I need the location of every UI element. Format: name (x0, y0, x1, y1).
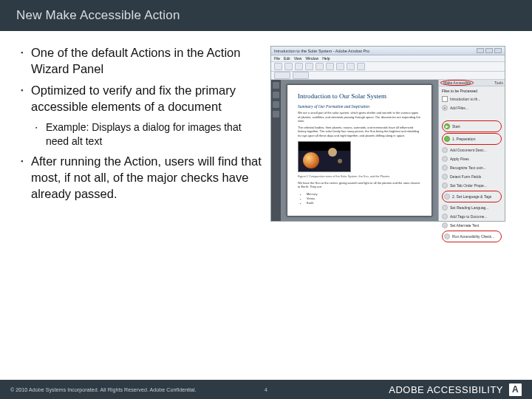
nav-icon (273, 92, 279, 98)
step-icon (444, 194, 450, 200)
maximize-icon (485, 48, 493, 53)
action-wizard-panel: Make Accessible Tools Files to be Proces… (438, 80, 505, 221)
window-titlebar: Introduction to the Solar System - Adobe… (271, 47, 505, 55)
step-icon (442, 222, 448, 228)
add-files-row: + Add Files... (442, 103, 502, 112)
action-step: ▶Start (442, 120, 502, 132)
slide-title: New Make Accessible Action (16, 8, 180, 23)
brand-block: ADOBE ACCESSIBILITY A (389, 383, 522, 396)
page-number: 4 (265, 387, 267, 392)
file-icon (442, 96, 448, 102)
toolbar-secondary (271, 72, 505, 80)
document-viewport: Introduction to Our Solar System Summary… (281, 80, 438, 221)
toolbar-icon (357, 63, 365, 70)
step-icon (442, 156, 448, 162)
document-page: Introduction to Our Solar System Summary… (287, 84, 432, 216)
close-icon (494, 48, 502, 53)
doc-figure-solar-system (298, 141, 351, 172)
toolbar-icon (316, 63, 324, 70)
toolbar-icon (336, 63, 344, 70)
bullet-item: After running the Action, users will fin… (21, 153, 265, 202)
brand-text: ADOBE ACCESSIBILITY (389, 384, 503, 395)
slide-content: One of the default Actions in the Action… (0, 31, 532, 222)
step-icon (442, 174, 448, 180)
check-icon (444, 233, 450, 239)
files-section-title: Files to be Processed (442, 89, 502, 93)
doc-subheading: Summary of Our Formation and Inspiration (298, 104, 421, 109)
menubar: File Edit View Window Help (271, 55, 505, 62)
doc-paragraph: We are a small part of the solar system,… (298, 111, 421, 123)
toolbar-primary (271, 62, 505, 72)
doc-paragraph: The celestial bodies, their planets, moo… (298, 126, 421, 138)
slide-title-bar: New Make Accessible Action (0, 0, 532, 31)
step-icon (442, 183, 448, 188)
action-step: Add Document Desc... (442, 146, 502, 154)
action-step-final: Run Accessibility Check... (442, 231, 502, 242)
file-item: Introduction to th... (442, 95, 502, 103)
doc-list-item: Venus (307, 197, 421, 200)
step-icon (442, 205, 448, 211)
action-step: Recognize Text usin... (442, 163, 502, 172)
window-title: Introduction to the Solar System - Adobe… (274, 49, 369, 53)
adobe-logo-icon: A (509, 383, 522, 396)
bullet-list: One of the default Actions in the Action… (21, 44, 265, 202)
action-step: Set Reading Languag... (442, 203, 502, 212)
nav-icon (273, 82, 279, 89)
doc-paragraph: We have the Sun at the center, giving wa… (298, 181, 421, 189)
step-icon (442, 147, 448, 153)
embedded-screenshot: Introduction to the Solar System - Adobe… (270, 46, 505, 222)
toolbar-icon (295, 63, 303, 70)
tools-label: Tools (494, 81, 503, 85)
toolbar-icon (326, 63, 334, 70)
nav-icon (273, 101, 279, 108)
action-step-highlighted: 2. Set Language & Tags (442, 191, 502, 202)
action-step: Detect Form Fields (442, 172, 502, 181)
menu-item: Edit (284, 56, 290, 61)
play-icon: ▶ (444, 123, 450, 129)
toolbar-icon (274, 63, 282, 70)
left-nav-rail (271, 80, 281, 221)
step-icon (442, 165, 448, 171)
menu-item: Window (305, 56, 318, 61)
file-name: Introduction to th... (450, 97, 480, 101)
sub-bullet-list: Example: Displays a dialog for images th… (35, 120, 265, 149)
doc-list-item: Earth (307, 201, 421, 205)
toolbar-icon (347, 63, 355, 70)
make-accessible-button: Make Accessible (440, 80, 474, 86)
toolbar-icon (284, 63, 293, 70)
doc-list: Mercury Venus Earth (307, 192, 421, 205)
bullet-item: Optimized to verify and fix the primary … (21, 82, 265, 115)
action-step: 1. Preparation (442, 133, 502, 145)
doc-heading: Introduction to Our Solar System (298, 92, 421, 100)
nav-icon (273, 111, 279, 117)
action-step: Set Alternate Text (442, 221, 502, 230)
minimize-icon (477, 48, 484, 53)
sub-bullet-item: Example: Displays a dialog for images th… (35, 120, 265, 149)
doc-caption: Figure 1 Comparative sizes of the Solar … (298, 175, 421, 179)
slide-footer: © 2010 Adobe Systems Incorporated. All R… (0, 380, 532, 399)
step-icon (444, 136, 450, 142)
toolbar-icon (293, 72, 309, 79)
bullet-item: One of the default Actions in the Action… (21, 44, 265, 78)
add-icon: + (442, 105, 448, 111)
toolbar-icon (274, 72, 290, 79)
panel-header: Make Accessible Tools (439, 80, 505, 86)
text-column: One of the default Actions in the Action… (21, 44, 265, 222)
action-step: Apply Fixes (442, 154, 502, 163)
copyright-text: © 2010 Adobe Systems Incorporated. All R… (10, 387, 197, 392)
toolbar-icon (305, 63, 313, 70)
action-step: Add Tags to Docume... (442, 212, 502, 221)
action-step: Set Tab Order Prope... (442, 181, 502, 190)
step-icon (442, 214, 448, 219)
doc-list-item: Mercury (307, 192, 421, 196)
menu-item: File (274, 56, 280, 61)
menu-item: Help (322, 56, 330, 61)
menu-item: View (294, 56, 302, 61)
